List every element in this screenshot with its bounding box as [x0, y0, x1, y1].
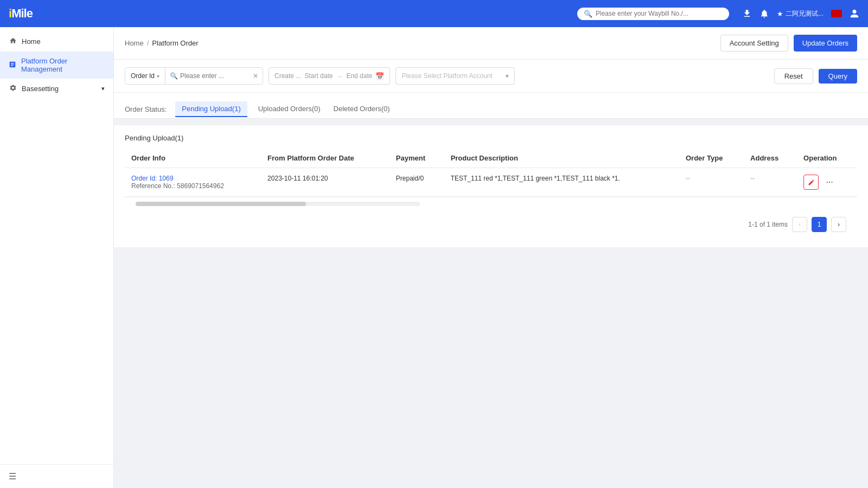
scroll-thumb[interactable]	[136, 202, 306, 206]
flag-icon[interactable]	[831, 10, 842, 17]
col-payment: Payment	[390, 149, 444, 168]
user-icon[interactable]	[850, 9, 859, 18]
order-id-input[interactable]	[180, 72, 251, 80]
create-label: Create ...	[275, 72, 301, 80]
home-icon	[9, 37, 17, 46]
basesetting-icon	[9, 84, 17, 93]
search-icon: 🔍	[584, 10, 592, 18]
platform-placeholder: Please Select Platform Account	[401, 72, 492, 80]
table-section-title: Pending Upload(1)	[125, 134, 857, 142]
cell-operation: ···	[797, 168, 857, 197]
sidebar: Home Platform Order Management Basesetti…	[0, 27, 114, 488]
order-status-label: Order Status:	[125, 105, 167, 113]
query-button[interactable]: Query	[819, 69, 857, 84]
start-date-label: Start date	[304, 72, 333, 80]
sidebar-item-platform-order[interactable]: Platform Order Management	[0, 52, 113, 79]
order-id-label[interactable]: Order Id ▾	[125, 68, 165, 84]
edit-button[interactable]	[803, 175, 819, 190]
order-id-value: Order Id: 1069	[131, 175, 254, 182]
order-id-filter[interactable]: Order Id ▾ 🔍 ✕	[125, 67, 263, 85]
pagination-info: 1-1 of 1 items	[748, 221, 788, 228]
menu-icon[interactable]: ☰	[9, 472, 16, 481]
col-operation: Operation	[797, 149, 857, 168]
page-1-button[interactable]: 1	[812, 217, 827, 232]
col-from-platform-date: From Platform Order Date	[261, 149, 390, 168]
dropdown-arrow-icon: ▾	[157, 73, 159, 79]
col-address: Address	[744, 149, 797, 168]
cell-order-type: --	[679, 168, 744, 197]
sidebar-basesetting-label: Basesetting	[22, 85, 59, 93]
breadcrumb: Home / Platform Order	[125, 39, 199, 47]
cell-payment: Prepaid/0	[390, 168, 444, 197]
cell-from-platform-date: 2023-10-11 16:01:20	[261, 168, 390, 197]
calendar-icon: 📅	[375, 72, 384, 80]
search-input[interactable]	[596, 10, 723, 17]
date-range-filter[interactable]: Create ... Start date → End date 📅	[269, 67, 390, 85]
col-order-type: Order Type	[679, 149, 744, 168]
app-logo: iMile	[9, 7, 33, 21]
table-area: Pending Upload(1) Order Info From Platfo…	[114, 125, 868, 247]
sidebar-bottom: ☰	[0, 464, 113, 488]
date-separator: →	[336, 72, 343, 80]
breadcrumb-home[interactable]: Home	[125, 39, 144, 47]
breadcrumb-current: Platform Order	[152, 39, 198, 47]
platform-order-icon	[9, 61, 17, 70]
order-type-value: --	[686, 175, 690, 182]
user-label: 二阿兄测试...	[786, 9, 824, 18]
col-order-info: Order Info	[125, 149, 261, 168]
main-content: Home / Platform Order Account Setting Up…	[114, 27, 868, 488]
header-actions: Account Setting Update Orders	[720, 35, 857, 52]
nav-icons-group: ★ 二阿兄测试...	[742, 9, 859, 18]
global-search-bar[interactable]: 🔍	[577, 8, 729, 20]
sidebar-platform-label: Platform Order Management	[21, 57, 105, 73]
pagination-area: 1-1 of 1 items ‹ 1 ›	[125, 210, 857, 239]
more-options-button[interactable]: ···	[822, 175, 837, 190]
scroll-track[interactable]	[136, 202, 420, 206]
cell-order-info: Order Id: 1069 Reference No.: 5869071564…	[125, 168, 261, 197]
table-row: Order Id: 1069 Reference No.: 5869071564…	[125, 168, 857, 197]
breadcrumb-separator: /	[147, 39, 149, 47]
bell-icon[interactable]	[760, 9, 769, 18]
sidebar-item-basesetting[interactable]: Basesetting ▾	[0, 79, 113, 99]
col-product-description: Product Description	[444, 149, 679, 168]
horizontal-scrollbar[interactable]	[125, 197, 857, 210]
end-date-label: End date	[346, 72, 372, 80]
content-header: Home / Platform Order Account Setting Up…	[114, 27, 868, 60]
reference-no-value: Reference No.: 5869071564962	[131, 182, 254, 190]
platform-account-select[interactable]: Please Select Platform Account ▾	[395, 67, 515, 85]
top-navigation: iMile 🔍 ★ 二阿兄测试...	[0, 0, 868, 27]
prev-page-button[interactable]: ‹	[792, 217, 807, 232]
address-value: --	[750, 175, 755, 182]
orders-table: Order Info From Platform Order Date Paym…	[125, 149, 857, 197]
upload-icon[interactable]	[742, 9, 752, 18]
account-setting-button[interactable]: Account Setting	[720, 35, 788, 52]
cell-address: --	[744, 168, 797, 197]
chevron-down-icon: ▾	[101, 85, 105, 92]
sidebar-nav: Home Platform Order Management Basesetti…	[0, 27, 113, 99]
update-orders-button[interactable]: Update Orders	[794, 35, 857, 52]
operation-cell: ···	[803, 175, 851, 190]
order-id-input-group: 🔍 ✕	[165, 68, 263, 84]
sidebar-item-home[interactable]: Home	[0, 31, 113, 52]
order-status-tabs: Order Status: Pending Upload(1) Uploaded…	[114, 93, 868, 119]
search-small-icon: 🔍	[170, 72, 178, 80]
filter-area: Order Id ▾ 🔍 ✕ Create ... Start date → E…	[114, 60, 868, 93]
star-icon[interactable]: ★ 二阿兄测试...	[777, 9, 824, 18]
next-page-button[interactable]: ›	[831, 217, 846, 232]
sidebar-home-label: Home	[22, 37, 41, 46]
tab-pending-upload[interactable]: Pending Upload(1)	[175, 101, 247, 117]
reset-button[interactable]: Reset	[774, 68, 813, 84]
cell-product-description: TEST_111 red *1,TEST_111 green *1,TEST_1…	[444, 168, 679, 197]
clear-icon[interactable]: ✕	[253, 72, 258, 80]
tab-deleted-orders[interactable]: Deleted Orders(0)	[331, 100, 392, 118]
tab-uploaded-orders[interactable]: Uploaded Orders(0)	[256, 100, 323, 118]
platform-dropdown-arrow: ▾	[506, 73, 509, 80]
